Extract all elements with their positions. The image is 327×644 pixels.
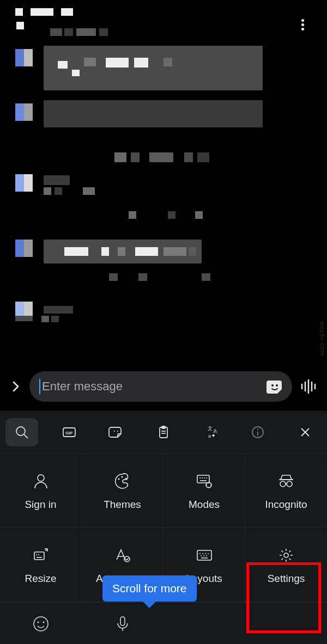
emoji-button[interactable] bbox=[0, 615, 82, 633]
modes-button[interactable]: Modes bbox=[164, 454, 245, 528]
svg-point-47 bbox=[202, 553, 203, 554]
scroll-tooltip: Scroll for more bbox=[102, 575, 197, 602]
microphone-button[interactable] bbox=[82, 615, 164, 633]
svg-text:GIF: GIF bbox=[65, 431, 72, 436]
message-input-row: Enter message bbox=[0, 363, 327, 410]
message-input[interactable]: Enter message bbox=[29, 371, 292, 402]
keyboard-icon bbox=[195, 545, 214, 565]
svg-point-54 bbox=[284, 553, 288, 557]
cell-label: Settings bbox=[268, 573, 305, 585]
avatar bbox=[15, 103, 33, 121]
themes-button[interactable]: Themes bbox=[82, 454, 164, 528]
svg-point-49 bbox=[208, 553, 209, 554]
svg-point-33 bbox=[206, 477, 207, 479]
svg-rect-40 bbox=[34, 552, 44, 560]
svg-point-25 bbox=[38, 475, 44, 481]
svg-point-21 bbox=[257, 429, 258, 430]
person-icon bbox=[31, 471, 51, 491]
svg-point-41 bbox=[36, 554, 37, 555]
expand-button[interactable] bbox=[8, 381, 24, 392]
svg-point-7 bbox=[16, 427, 25, 436]
svg-point-1 bbox=[276, 384, 278, 387]
keyboard-toolbar: GIF 文あa bbox=[0, 411, 327, 453]
svg-point-27 bbox=[121, 476, 123, 477]
avatar bbox=[15, 240, 33, 257]
svg-point-57 bbox=[43, 621, 45, 623]
cell-label: Incognito bbox=[265, 499, 307, 511]
sticker-emoji-button[interactable] bbox=[266, 378, 284, 396]
svg-text:a: a bbox=[208, 433, 211, 439]
message-bubble[interactable] bbox=[44, 46, 263, 90]
svg-point-46 bbox=[199, 553, 201, 554]
chat-area bbox=[0, 0, 327, 410]
clipboard-icon[interactable] bbox=[147, 418, 180, 446]
svg-point-51 bbox=[203, 555, 204, 556]
settings-button[interactable]: Settings bbox=[245, 528, 327, 602]
svg-point-28 bbox=[125, 477, 126, 479]
message-bubble[interactable] bbox=[44, 100, 263, 127]
svg-point-55 bbox=[34, 617, 48, 631]
svg-rect-29 bbox=[197, 475, 209, 483]
svg-point-42 bbox=[38, 554, 39, 555]
svg-point-38 bbox=[287, 481, 292, 487]
search-icon[interactable] bbox=[5, 418, 38, 446]
keyboard-bottom-row bbox=[0, 602, 327, 644]
svg-point-52 bbox=[206, 555, 207, 556]
watermark: wsxdn.com bbox=[319, 321, 326, 356]
modes-icon bbox=[195, 471, 214, 491]
svg-point-50 bbox=[201, 555, 202, 556]
svg-point-31 bbox=[202, 477, 203, 479]
message-placeholder: Enter message bbox=[42, 379, 123, 394]
gear-icon bbox=[276, 545, 296, 565]
avatar bbox=[15, 174, 33, 192]
smiley-icon bbox=[32, 615, 50, 633]
incognito-button[interactable]: Incognito bbox=[245, 454, 327, 528]
incognito-icon bbox=[276, 471, 296, 491]
svg-line-8 bbox=[24, 434, 28, 438]
translate-icon[interactable]: 文あa bbox=[195, 418, 227, 446]
svg-rect-58 bbox=[120, 617, 125, 625]
voice-waveform-button[interactable] bbox=[298, 377, 319, 396]
svg-point-11 bbox=[114, 431, 115, 432]
close-icon[interactable] bbox=[289, 418, 322, 446]
info-icon[interactable] bbox=[241, 418, 274, 446]
gif-icon[interactable]: GIF bbox=[53, 418, 86, 446]
avatar bbox=[15, 49, 33, 66]
cell-label: Themes bbox=[104, 499, 141, 511]
palette-icon bbox=[113, 471, 132, 491]
svg-point-0 bbox=[271, 384, 274, 387]
more-menu-button[interactable] bbox=[294, 16, 311, 33]
svg-rect-45 bbox=[197, 550, 211, 560]
sticker-icon[interactable] bbox=[100, 418, 132, 446]
sign-in-button[interactable]: Sign in bbox=[0, 454, 82, 528]
autocorrect-icon bbox=[113, 545, 132, 565]
svg-point-48 bbox=[205, 553, 206, 554]
mic-icon bbox=[113, 615, 132, 633]
svg-point-12 bbox=[117, 431, 118, 432]
cell-label: Resize bbox=[25, 573, 56, 585]
svg-point-26 bbox=[118, 478, 119, 480]
svg-text:文: 文 bbox=[208, 426, 213, 431]
cell-label: Modes bbox=[189, 499, 220, 511]
resize-button[interactable]: Resize bbox=[0, 528, 82, 602]
svg-point-30 bbox=[199, 477, 201, 479]
svg-text:あ: あ bbox=[213, 428, 217, 433]
keyboard-panel: GIF 文あa Sign in Themes Modes bbox=[0, 410, 327, 644]
svg-point-56 bbox=[38, 621, 39, 623]
cell-label: Sign in bbox=[25, 499, 56, 511]
resize-icon bbox=[31, 545, 51, 565]
svg-point-37 bbox=[280, 481, 286, 487]
svg-point-32 bbox=[204, 477, 205, 479]
